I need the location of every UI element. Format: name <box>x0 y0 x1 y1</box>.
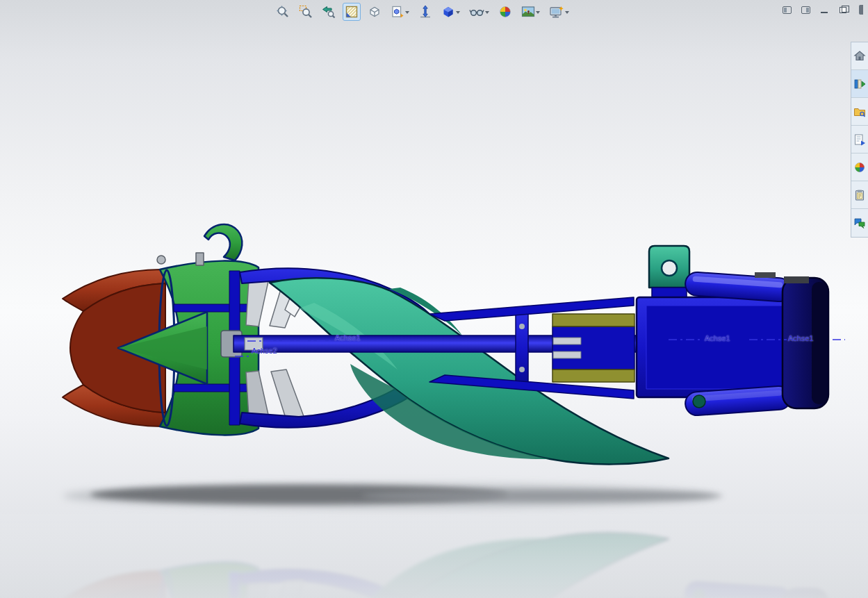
tab-view-palette[interactable] <box>851 126 868 153</box>
eyeglasses-icon <box>469 5 484 19</box>
design-library-icon <box>853 78 866 90</box>
view-palette-icon <box>853 133 866 146</box>
viewport-canvas[interactable]: Achse1Achse2Achse1Achse1 <box>0 0 868 598</box>
scene-photo-icon <box>521 5 535 19</box>
tab-file-explorer[interactable] <box>851 98 868 126</box>
pane-left-icon <box>783 6 792 14</box>
normal-to-arrow-icon <box>418 5 432 19</box>
shaded-cube-icon <box>441 5 455 19</box>
task-pane-tabs <box>851 42 868 238</box>
tab-design-library[interactable] <box>851 70 868 98</box>
model-3d-view <box>0 0 868 598</box>
previous-view-button[interactable] <box>320 3 338 21</box>
dropdown-caret-icon[interactable] <box>536 11 540 16</box>
apply-scene-button[interactable] <box>519 3 542 21</box>
window-controls <box>780 4 868 15</box>
cad-application-window: Achse1Achse2Achse1Achse1 <box>0 0 868 598</box>
zoom-to-fit-icon <box>276 5 290 19</box>
model-jet-drive <box>63 224 845 464</box>
view-orientation-cube-icon <box>368 5 382 19</box>
tab-custom-properties[interactable] <box>851 181 868 209</box>
model-shadow <box>63 483 723 508</box>
dropdown-caret-icon[interactable] <box>565 11 569 16</box>
display-style-button[interactable] <box>439 3 462 21</box>
minimize-button[interactable] <box>818 4 830 15</box>
restore-icon <box>840 7 846 13</box>
restore-button[interactable] <box>837 4 849 15</box>
appearances-ball-icon <box>853 161 866 174</box>
tab-solidworks-resources[interactable] <box>851 42 868 70</box>
floor-fade <box>0 514 868 598</box>
tab-solidworks-forum[interactable] <box>851 209 868 237</box>
dropdown-caret-icon[interactable] <box>485 11 489 16</box>
pane-right-icon <box>801 6 810 14</box>
forum-chat-icon <box>853 217 866 229</box>
appearance-ball-icon <box>498 5 512 19</box>
folder-icon <box>853 106 866 118</box>
hide-show-items-button[interactable] <box>467 3 491 21</box>
dropdown-caret-icon[interactable] <box>405 11 409 16</box>
view-settings-button[interactable] <box>547 3 571 21</box>
tab-appearances-scenes[interactable] <box>851 153 868 181</box>
section-view-icon <box>345 5 359 19</box>
edit-appearance-button[interactable] <box>496 3 514 21</box>
3d-drawing-view-button[interactable] <box>388 3 411 21</box>
heads-up-view-toolbar <box>274 3 571 21</box>
dropdown-caret-icon[interactable] <box>456 11 460 16</box>
view-orientation-button[interactable] <box>366 3 384 21</box>
close-button[interactable] <box>855 4 868 15</box>
minimize-icon <box>821 12 828 13</box>
zoom-to-area-button[interactable] <box>297 3 315 21</box>
custom-properties-icon <box>853 189 866 201</box>
normal-to-button[interactable] <box>416 3 434 21</box>
previous-view-icon <box>322 5 336 19</box>
zoom-to-fit-button[interactable] <box>274 3 292 21</box>
toggle-right-pane-button[interactable] <box>799 4 812 15</box>
zoom-to-area-icon <box>299 5 313 19</box>
3d-drawing-view-icon <box>391 5 404 19</box>
section-view-button[interactable] <box>343 3 361 21</box>
toggle-left-pane-button[interactable] <box>780 4 793 15</box>
home-icon <box>853 50 866 63</box>
view-settings-monitor-icon <box>549 5 564 19</box>
close-icon <box>859 5 863 15</box>
